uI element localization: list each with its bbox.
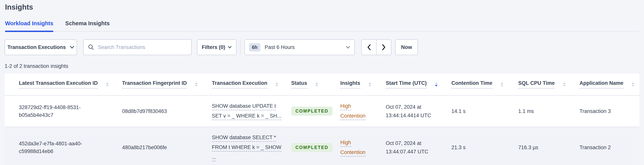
column-sort-control[interactable]: Status [291,80,336,88]
insights-table-card: Latest Transaction Execution ID Transact… [4,73,640,165]
column-sort-control[interactable]: Start Time (UTC) [386,80,447,88]
sort-icon[interactable] [368,82,371,87]
filters-label: Filters (0) [202,44,225,50]
column-sort-control[interactable]: Transaction Fingerprint ID [122,80,207,88]
column-header-transaction-execution: Transaction Execution [212,73,291,95]
column-header-label: Insights [340,80,360,88]
time-prev-button[interactable] [361,39,376,55]
insights-cell: HighContention [340,95,386,127]
status-cell: COMPLETED [291,127,340,165]
page-title: Insights [5,3,640,11]
insight-link[interactable]: Contention [340,148,366,156]
column-header-insights: Insights [340,73,386,95]
table-row[interactable]: 452da3e7-e7fa-4801-aa40-c59988d14eb6 480… [4,127,640,165]
divider [240,39,240,55]
sort-icon[interactable] [435,82,438,87]
column-sort-control[interactable]: Transaction Execution [212,80,286,88]
transaction-execution-link[interactable]: SHOW database SELECT * [212,134,276,142]
sort-icon[interactable] [632,82,634,87]
column-header-status: Status [291,73,340,95]
tab-workload-insights[interactable]: Workload Insights [5,20,53,31]
controls-bar: Transaction Executions Filters (0) 6h Pa… [4,39,640,55]
insight-link[interactable]: Contention [340,112,366,120]
column-sort-control[interactable]: Application Name [580,80,635,88]
transaction-execution-link[interactable]: ... [212,153,216,161]
chevron-right-icon [382,44,386,50]
sort-icon[interactable] [500,82,504,87]
status-cell: COMPLETED [291,95,340,127]
column-sort-control[interactable]: SQL CPU Time [518,80,575,88]
report-type-dropdown[interactable]: Transaction Executions [4,39,77,55]
filters-dropdown[interactable]: Filters (0) [197,39,236,55]
latest-transaction-execution-id-cell: 452da3e7-e7fa-4801-aa40-c59988d14eb6 [4,127,122,165]
column-header-label: Contention Time [452,80,492,88]
table-row[interactable]: 328729d2-ff19-4408-8531-b05a5b4e43c7 08d… [4,95,640,127]
column-header-start-time-utc: Start Time (UTC) [386,73,452,95]
search-icon [88,44,94,51]
start-time-cell: Oct 07, 2024 at13:44:14.4414 UTC [386,95,452,127]
insights-table: Latest Transaction Execution ID Transact… [4,73,640,165]
column-header-label: Start Time (UTC) [386,80,427,88]
table-header-row: Latest Transaction Execution ID Transact… [4,73,640,95]
sort-icon[interactable] [315,82,318,87]
tab-schema-insights[interactable]: Schema Insights [65,20,110,31]
sql-cpu-time-cell: 716.3 µs [518,127,580,165]
search-box [83,39,192,55]
sort-icon[interactable] [106,82,109,87]
column-header-label: Application Name [580,80,624,88]
insights-page: Insights Workload Insights Schema Insigh… [0,3,644,165]
insight-link[interactable]: High [340,139,351,147]
report-type-label: Transaction Executions [7,44,66,50]
column-header-contention-time: Contention Time [452,73,518,95]
transaction-execution-link[interactable]: SET v = _ WHERE k = _ SH... [212,112,281,120]
insight-link[interactable]: High [340,102,351,110]
chevron-left-icon [367,44,371,50]
status-badge: COMPLETED [291,143,332,152]
application-name-cell: Transaction 2 [580,127,640,165]
column-header-label: Latest Transaction Execution ID [19,80,98,88]
column-sort-control[interactable]: Contention Time [452,80,514,88]
now-button[interactable]: Now [395,39,418,55]
search-input[interactable] [98,44,187,51]
column-header-label: Transaction Fingerprint ID [122,80,187,88]
transaction-execution-cell: SHOW database SELECT *FROM t WHERE k = _… [212,127,291,165]
transaction-execution-cell: SHOW database UPDATE tSET v = _ WHERE k … [212,95,291,127]
sort-icon[interactable] [563,82,566,87]
contention-time-cell: 14.1 s [452,95,518,127]
time-range-arrows [361,39,391,55]
transaction-fingerprint-id-cell: 08d8b7d97f830463 [122,95,212,127]
application-name-cell: Transaction 3 [580,95,640,127]
time-next-button[interactable] [376,39,391,55]
contention-time-cell: 21.3 s [452,127,518,165]
time-range-label: Past 6 Hours [264,44,295,50]
time-range-picker[interactable]: 6h Past 6 Hours [244,39,355,55]
tab-bar: Workload Insights Schema Insights [4,20,640,32]
insights-cell: HighContention [340,127,386,165]
transaction-execution-link[interactable]: SHOW database UPDATE t [212,102,276,110]
chevron-down-icon [70,46,74,49]
column-header-label: Status [291,80,307,88]
column-header-sql-cpu-time: SQL CPU Time [518,73,580,95]
sql-cpu-time-cell: 1.1 ms [518,95,580,127]
time-range-badge: 6h [249,43,260,52]
column-header-label: Transaction Execution [212,80,267,88]
sort-icon[interactable] [195,82,198,87]
transaction-fingerprint-id-cell: 480a8b217be006fe [122,127,212,165]
chevron-down-icon [228,46,232,49]
column-sort-control[interactable]: Latest Transaction Execution ID [19,80,118,88]
column-header-application-name: Application Name [580,73,640,95]
latest-transaction-execution-id-cell: 328729d2-ff19-4408-8531-b05a5b4e43c7 [4,95,122,127]
results-count: 1-2 of 2 transaction insights [4,63,640,69]
column-header-latest-transaction-execution-id: Latest Transaction Execution ID [4,73,122,95]
start-time-cell: Oct 07, 2024 at13:44:07.447 UTC [386,127,452,165]
status-badge: COMPLETED [291,107,332,116]
sort-icon[interactable] [276,82,278,87]
column-header-label: SQL CPU Time [518,80,555,88]
column-header-transaction-fingerprint-id: Transaction Fingerprint ID [122,73,212,95]
column-sort-control[interactable]: Insights [340,80,381,88]
transaction-execution-link[interactable]: FROM t WHERE k = _ SHOW [212,143,281,151]
chevron-down-icon [346,46,350,49]
